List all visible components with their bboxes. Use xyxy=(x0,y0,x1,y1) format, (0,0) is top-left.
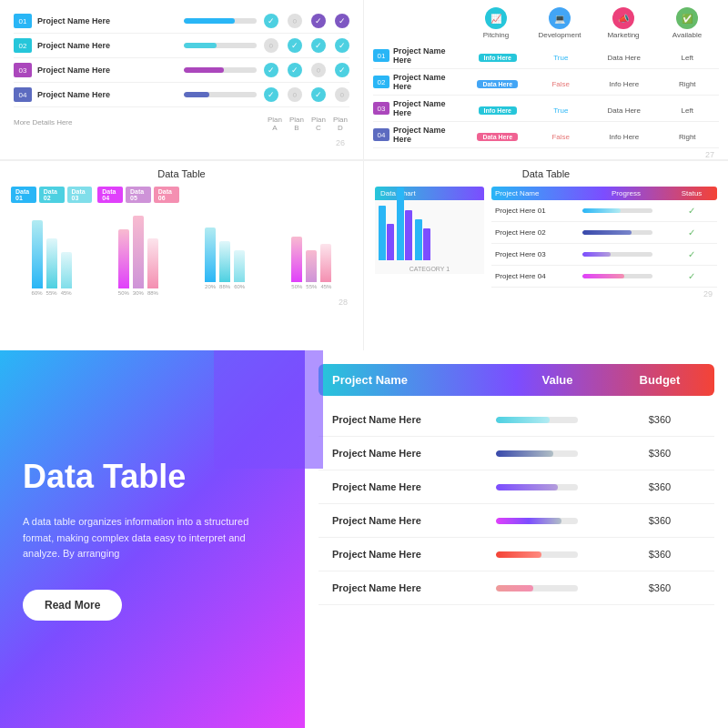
bar-visual xyxy=(320,244,331,282)
check-icon: ○ xyxy=(288,14,302,28)
main-description: A data table organizes information into … xyxy=(23,514,282,562)
bar-item xyxy=(147,238,158,288)
row-num: 03 xyxy=(373,102,389,115)
bar-track xyxy=(496,450,578,457)
mini-bar xyxy=(423,228,430,260)
progress-bar xyxy=(184,92,257,97)
cell-text: False xyxy=(551,80,570,88)
read-more-button[interactable]: Read More xyxy=(23,590,122,621)
mini-bar-group xyxy=(397,187,412,260)
plan-c-label: Plan C xyxy=(311,116,326,132)
row-number: 01 xyxy=(14,14,32,28)
bar-fill xyxy=(496,450,553,457)
bar-visual xyxy=(205,228,216,282)
bar-fill xyxy=(496,551,541,558)
cell-badge: Info Here xyxy=(479,106,517,115)
matrix-cell: Info Here xyxy=(466,100,530,116)
decorative-block xyxy=(214,350,323,469)
row-project-name: Project Name Here xyxy=(332,481,496,492)
row-num: 04 xyxy=(373,128,389,141)
row-name: Project Name Here xyxy=(393,126,466,144)
progress-row: Project Here 03 ✓ xyxy=(491,244,717,266)
big-table-row: Project Name Here $360 xyxy=(318,538,714,571)
check-icon: ✓ xyxy=(335,63,349,77)
row-budget: $360 xyxy=(619,448,701,459)
chart-label: Data 03 xyxy=(67,187,93,203)
bar-visual xyxy=(61,252,72,288)
matrix-cell: Info Here xyxy=(592,126,656,143)
chart-pct: 55% xyxy=(306,284,317,289)
big-table-row: Project Name Here $360 xyxy=(318,437,714,470)
row-value-bar xyxy=(496,417,619,423)
check-icons: ○ ✓ ✓ ✓ xyxy=(264,38,349,53)
bar-track xyxy=(496,417,578,423)
bar-item xyxy=(133,216,144,288)
bar-visual xyxy=(306,250,317,282)
row-bar xyxy=(582,230,670,235)
section-title: Data Table xyxy=(375,168,717,179)
bar-item xyxy=(306,250,317,282)
check-icon: ✓ xyxy=(311,87,326,102)
page-number: 26 xyxy=(14,136,349,149)
col-label: Available xyxy=(672,31,702,39)
col-header-marketing: 📣 Marketing xyxy=(592,7,655,39)
chart-pct: 60% xyxy=(234,284,245,289)
row-name: Project Here 04 xyxy=(495,272,582,280)
row-project-name: Project Name Here xyxy=(332,549,496,560)
table-footer-row: More Details Here Plan A Plan B Plan C P… xyxy=(14,107,349,136)
chart-bottom-labels: 50% 55% 45% xyxy=(291,284,331,289)
chart-label: Data 06 xyxy=(154,187,179,203)
bar-visual xyxy=(219,241,230,282)
bar-item xyxy=(61,252,72,288)
bars-row xyxy=(32,207,72,288)
row-name: Project Name Here xyxy=(393,99,466,117)
row-project-name: Project Name Here xyxy=(332,582,496,593)
plan-d-label: Plan D xyxy=(333,116,348,132)
top-row: 01 Project Name Here ✓ ○ ✓ ✓ 02 Project … xyxy=(0,0,728,159)
bar-track xyxy=(496,551,578,558)
matrix-cell: False xyxy=(530,126,593,143)
bar-visual xyxy=(133,216,144,288)
bar-fill xyxy=(496,518,561,524)
bar-visual xyxy=(147,238,158,288)
marketing-icon: 📣 xyxy=(612,7,634,29)
cell-text: False xyxy=(551,133,570,141)
plan-b-label: Plan B xyxy=(289,116,304,132)
check-icon: ✓ xyxy=(264,63,278,77)
row-value-bar xyxy=(496,518,619,524)
mini-bar xyxy=(387,224,394,260)
mini-bar xyxy=(379,206,386,260)
chart-labels: Data 04 Data 05 Data 06 xyxy=(97,187,178,203)
check-icon: ✓ xyxy=(311,14,326,28)
row-name: Project Here 03 xyxy=(495,250,582,258)
bar-fill xyxy=(184,18,235,24)
bar-visual xyxy=(291,237,302,282)
chart-pct: 88% xyxy=(219,284,230,289)
check-icon: ✓ xyxy=(311,38,326,53)
cell-text: Left xyxy=(682,54,693,62)
matrix-cell: Right xyxy=(656,74,720,90)
cell-text: Info Here xyxy=(609,133,639,141)
cell-badge: Info Here xyxy=(479,54,517,62)
check-icon: ✓ xyxy=(288,38,302,53)
project-name: Project Name Here xyxy=(37,41,184,50)
bar-fill xyxy=(582,230,632,235)
col-status: Status xyxy=(670,189,713,197)
bar-visual xyxy=(234,250,245,282)
bar-track xyxy=(496,484,578,490)
big-table-row: Project Name Here $360 xyxy=(318,571,714,605)
table-row: 04 Project Name Here ✓ ○ ✓ ○ xyxy=(14,83,349,107)
mini-bar xyxy=(397,187,404,260)
progress-row: Project Here 02 ✓ xyxy=(491,222,717,244)
progress-row: Project Here 04 ✓ xyxy=(491,266,717,288)
matrix-cell: Left xyxy=(656,100,720,116)
header-budget: Budget xyxy=(619,373,701,387)
bar-item xyxy=(32,220,43,288)
bar-fill xyxy=(184,43,217,48)
progress-row: Project Here 01 ✓ xyxy=(491,200,717,222)
main-title: Data Table xyxy=(23,458,282,496)
col-header-available: ✅ Available xyxy=(655,7,719,39)
bar-track xyxy=(496,518,578,524)
row-budget: $360 xyxy=(619,515,701,526)
check-icon: ✓ xyxy=(335,14,349,28)
